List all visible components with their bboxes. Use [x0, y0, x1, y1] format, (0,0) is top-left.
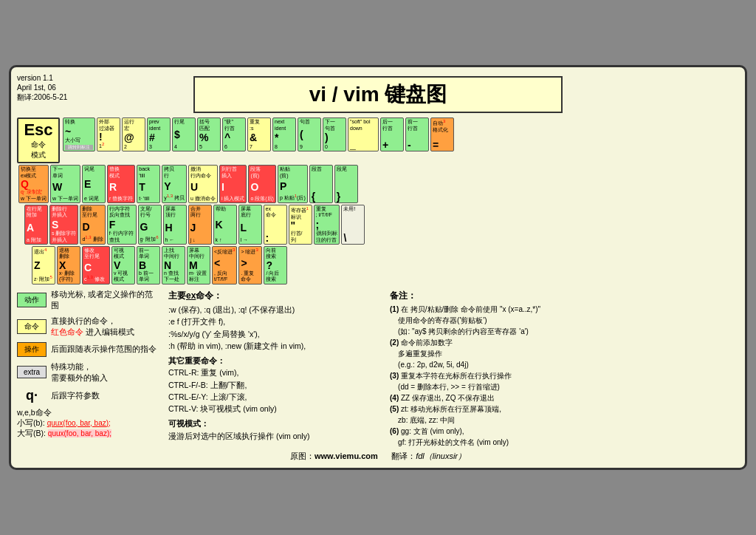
other-item-3: CTRL-E/-Y: 上滚/下滚, — [168, 391, 382, 403]
key-U: 撤消行内命令 U u 撤消命令 — [188, 165, 218, 203]
zxcv-row: 退出4 Z z· 附加5 退格删除 X x· 删除(字符) 修改至行尾 C c1… — [17, 246, 739, 284]
key-O: 段落(前) O o 段落(后) — [248, 165, 276, 203]
key-dollar: 行尾 $ 4 — [172, 117, 196, 151]
note-4: (4) ZZ 保存退出, ZQ 不保存退出 — [390, 392, 739, 403]
key-D: 删除至行尾 D d1,3 删除 — [80, 205, 105, 245]
legend-command-box: 命令 — [17, 319, 47, 334]
legend-q: q· 后跟字符参数 — [17, 388, 161, 403]
key-gt: > 缩进3 > . 重复命令 — [238, 246, 262, 284]
other-item-4: CTRL-V: 块可视模式 (vim only) — [168, 403, 382, 415]
key-Y: 拷贝行 Y y1,3 拷贝 — [162, 165, 187, 203]
legend-action: 动作 移动光标, 或者定义操作的范围 — [17, 289, 161, 311]
key-minus: 前一行首 - — [405, 117, 429, 151]
ex-item-1: :w (保存), :q (退出), :q! (不保存退出) — [168, 304, 382, 316]
note-3: (3) 重复本字符在光标所在行执行操作 (dd = 删除本行, >> = 行首缩… — [390, 370, 739, 392]
key-L: 屏幕底行 L l → — [238, 205, 262, 245]
key-tilde: 转换 ~ 大小写 跳转到标注 — [63, 117, 95, 151]
key-plus: 后一行首 + — [380, 117, 404, 151]
date-text: April 1st, 06 — [17, 83, 67, 92]
key-F: 行内字符反向查找 F f· 行内字符查找 — [107, 205, 137, 245]
key-M: 屏幕中间行 M m· 设置标注 — [187, 246, 210, 284]
note-5: (5) zt: 移动光标所在行至屏幕顶端, zb: 底端, zz: 中间 — [390, 403, 739, 426]
legend-q-text: 后跟字符参数 — [51, 390, 100, 401]
esc-key: Esc 命令模式 — [17, 117, 60, 163]
key-at: 运行宏 @ 2 — [122, 117, 145, 151]
key-G: 文尾/行号 G g· 附加6 — [138, 205, 162, 245]
key-J: 合并两行 J j ↓ — [188, 205, 212, 245]
key-P: 粘贴(前) P p 粘贴1(后) — [278, 165, 308, 203]
legend-action-box: 动作 — [17, 293, 47, 307]
key-X: 退格删除 X x· 删除(字符) — [57, 246, 80, 284]
key-rparen: 下一句首 ) 0 — [323, 117, 346, 151]
key-semi: 重复; t/T/f/F ; ·跳转到标注的行首 — [314, 205, 340, 245]
legend-extra-text: 特殊功能，需要额外的输入 — [51, 361, 108, 384]
ex-item-2: :e f (打开文件 f), — [168, 316, 382, 327]
footer: 原图：www.viemu.com 翻译：fdl（linuxsir） — [17, 451, 739, 462]
key-hash: prevident # 3 — [147, 117, 171, 151]
key-backslash: 未用! \ — [341, 205, 365, 245]
key-N: 上找中间行 N n 查找下一处 — [162, 246, 185, 284]
key-colon: ex命令 : — [264, 205, 287, 245]
key-quote: 寄存器1标识 " 行首/列 — [289, 205, 312, 245]
ex-title: 主要ex命令： — [168, 289, 382, 303]
visual-title: 可视模式： — [168, 418, 382, 429]
esc-label: Esc — [24, 120, 52, 140]
key-softbol: "soft" boldown _ — [348, 117, 379, 151]
page-title: vi / vim 键盘图 — [198, 81, 558, 109]
number-row: 转换 ~ 大小写 跳转到标注 外部过滤器 ! 12 运行宏 @ 2 previd… — [63, 117, 739, 151]
legend-section: 动作 移动光标, 或者定义操作的范围 命令 直接执行的命令，红色命令 进入编辑模… — [17, 289, 161, 448]
notes-title: 备注： — [390, 289, 739, 302]
legend-extra: extra 特殊功能，需要额外的输入 — [17, 361, 161, 384]
key-equals: 自动3格式化 = — [430, 117, 454, 151]
key-lparen: 句首 ( 9 — [298, 117, 321, 151]
key-question: 向前搜索 ? / 向后搜索 — [264, 246, 287, 284]
footer-translator: 翻译：fdl（linuxsir） — [391, 451, 466, 460]
key-amp: 重复:s & 7 — [247, 117, 271, 151]
other-item-1: CTRL-R: 重复 (vim), — [168, 367, 382, 378]
key-S: 删除行并插入 S s 删除字符并插入 — [49, 205, 78, 245]
wb-title: w,e,b命令 — [17, 408, 161, 418]
key-Z: 退出4 Z z· 附加5 — [32, 246, 55, 284]
key-lt: <反缩进3 < , 反向t/T/f/F — [212, 246, 237, 284]
key-H: 屏幕顶行 H h ← — [163, 205, 187, 245]
legend-command-text: 直接执行的命令，红色命令 进入编辑模式 — [51, 316, 134, 338]
other-item-2: CTRL-F/-B: 上翻/下翻, — [168, 379, 382, 391]
translation-text: 翻译:2006-5-21 — [17, 92, 67, 102]
visual-desc: 漫游后对选中的区域执行操作 (vim only) — [168, 430, 382, 442]
legend-operator-text: 后面跟随表示操作范围的指令 — [51, 344, 157, 355]
key-lbrace: 段首 { — [309, 165, 333, 203]
legend-q-char: q· — [17, 388, 47, 403]
wb-section: w,e,b命令 小写(b): quux(foo, bar, baz); 大写(B… — [17, 408, 161, 439]
main-container: version 1.1 April 1st, 06 翻译:2006-5-21 v… — [9, 65, 747, 469]
key-C: 修改至行尾 C c1,3 修改 — [82, 246, 110, 284]
note-6: (6) gg: 文首 (vim only), gf: 打开光标处的文件名 (vi… — [390, 426, 739, 448]
key-A: 在行尾附加 A a 附加 — [24, 205, 48, 245]
version-info: version 1.1 April 1st, 06 翻译:2006-5-21 — [17, 73, 67, 102]
key-V: 可视模式 V v 可视模式 — [111, 246, 135, 284]
key-B: 前一单词 B b 前一单词 — [137, 246, 160, 284]
key-I: 到行首插入 I i 插入模式 — [219, 165, 247, 203]
qwerty-row: 切换至ex模式 Q q· 录制宏 w 下一单词 下一单词 W w 下一单词 词尾… — [17, 165, 739, 203]
notes-section: 备注： (1) 在 拷贝/粘贴/删除 命令前使用 "x (x=a..z,*)" … — [390, 289, 739, 448]
key-exclaim: 外部过滤器 ! 12 — [97, 117, 120, 151]
footer-original: 原图：www.viemu.com — [290, 451, 378, 460]
key-Q: 切换至ex模式 Q q· 录制宏 w 下一单词 — [18, 165, 49, 203]
ex-commands-section: 主要ex命令： :w (保存), :q (退出), :q! (不保存退出) :e… — [168, 289, 382, 448]
ex-item-3: :%s/x/y/g ('y' 全局替换 'x'), — [168, 328, 382, 340]
esc-sublabel: 命令模式 — [31, 140, 46, 160]
key-T: back'till T t· 'till — [137, 165, 160, 203]
key-rbrace: 段尾 } — [334, 165, 358, 203]
legend-command: 命令 直接执行的命令，红色命令 进入编辑模式 — [17, 316, 161, 338]
wb-small: 小写(b): quux(foo, bar, baz); — [17, 418, 161, 429]
key-percent: 括号匹配 % 5 — [197, 117, 221, 151]
legend-extra-box: extra — [17, 366, 47, 378]
legend-action-text: 移动光标, 或者定义操作的范围 — [51, 289, 161, 311]
wb-big: 大写(B): quux(foo, bar, baz); — [17, 429, 161, 439]
key-W: 下一单词 W w 下一单词 — [50, 165, 80, 203]
key-E: 词尾 E e 词尾 — [82, 165, 106, 203]
key-K: 帮助 K k ↑ — [213, 205, 237, 245]
info-section: 动作 移动光标, 或者定义操作的范围 命令 直接执行的命令，红色命令 进入编辑模… — [17, 289, 739, 448]
version-text: version 1.1 — [17, 73, 67, 83]
legend-operator: 操作 后面跟随表示操作范围的指令 — [17, 342, 161, 357]
other-title: 其它重要命令： — [168, 355, 382, 367]
